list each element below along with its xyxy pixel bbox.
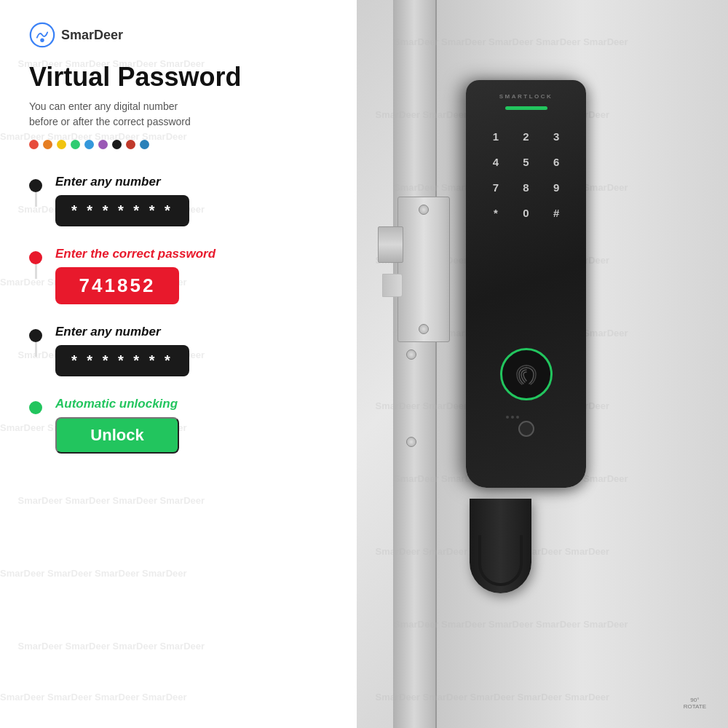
step-1-line <box>35 192 37 207</box>
right-panel: SmarDeer SmarDeer SmarDeer SmarDeer Smar… <box>357 0 728 728</box>
door-handle[interactable] <box>470 499 531 593</box>
step-4-indicator <box>29 397 42 414</box>
lock-knob <box>518 421 534 437</box>
step-3: Enter any number * * * * * * * <box>29 325 328 397</box>
step-3-box: * * * * * * * <box>55 345 189 376</box>
step-2-box: 741852 <box>55 267 179 304</box>
step-3-indicator <box>29 325 42 357</box>
step-1-indicator <box>29 175 42 207</box>
steps-container: Enter any number * * * * * * * Enter the… <box>29 175 328 474</box>
lock-indicator <box>505 106 547 110</box>
key-7[interactable]: 7 <box>483 177 509 198</box>
key-1[interactable]: 1 <box>483 126 509 147</box>
key-0[interactable]: 0 <box>513 202 539 223</box>
key-8[interactable]: 8 <box>513 177 539 198</box>
key-4[interactable]: 4 <box>483 151 509 173</box>
key-star[interactable]: * <box>483 202 509 223</box>
step-1-content: Enter any number * * * * * * * <box>55 175 328 247</box>
step-2: Enter the correct password 741852 <box>29 247 328 325</box>
dot-2 <box>43 140 52 149</box>
step-1-dot <box>29 179 42 192</box>
logo-area: SmarDeer <box>29 22 328 48</box>
step-1: Enter any number * * * * * * * <box>29 175 328 247</box>
key-6[interactable]: 6 <box>543 151 569 173</box>
page-subtitle: You can enter any digital number before … <box>29 99 328 130</box>
unlock-button[interactable]: Unlock <box>55 417 179 454</box>
fingerprint-sensor[interactable] <box>500 348 553 400</box>
key-2[interactable]: 2 <box>513 126 539 147</box>
dot-5 <box>84 140 94 149</box>
step-2-content: Enter the correct password 741852 <box>55 247 328 325</box>
step-3-dot <box>29 329 42 342</box>
bolt-screw-bottom <box>419 324 429 334</box>
handle-body <box>470 499 531 593</box>
handle-curve <box>478 535 523 586</box>
bolt-screw-top <box>419 205 429 215</box>
dot-6 <box>98 140 108 149</box>
step-3-line <box>35 342 37 357</box>
svg-point-1 <box>40 39 44 42</box>
dot-1 <box>29 140 39 149</box>
dot-9 <box>140 140 149 149</box>
dot-7 <box>112 140 122 149</box>
key-5[interactable]: 5 <box>513 151 539 173</box>
step-2-line <box>35 264 37 279</box>
dot-3 <box>57 140 66 149</box>
keypad-grid: 1 2 3 4 5 6 7 8 9 * 0 # <box>477 120 575 229</box>
left-panel: SmarDeer SmarDeer SmarDeer SmarDeer Smar… <box>0 0 357 728</box>
content-wrapper: SmarDeer Virtual Password You can enter … <box>29 22 328 474</box>
step-4-label: Automatic unlocking <box>55 397 328 411</box>
lock-body: SMARTLOCK 1 2 3 4 5 6 7 8 9 * 0 # <box>466 80 586 488</box>
brand-name: SmarDeer <box>61 28 123 43</box>
color-dots-row <box>29 140 328 149</box>
screw-4 <box>406 437 416 447</box>
page-title: Virtual Password <box>29 63 328 92</box>
bolt-mechanism <box>397 197 452 342</box>
dot-8 <box>126 140 135 149</box>
bolt-latch <box>378 226 403 263</box>
step-4-dot <box>29 401 42 414</box>
key-3[interactable]: 3 <box>543 126 569 147</box>
step-2-indicator <box>29 247 42 279</box>
dot-4 <box>71 140 80 149</box>
key-9[interactable]: 9 <box>543 177 569 198</box>
smardeer-logo-icon <box>29 22 55 48</box>
step-1-box: * * * * * * * <box>55 195 189 226</box>
step-4: Automatic unlocking Unlock <box>29 397 328 474</box>
rotate-label: 90° ROTATE <box>684 697 706 710</box>
step-4-content: Automatic unlocking Unlock <box>55 397 328 474</box>
step-3-content: Enter any number * * * * * * * <box>55 325 328 397</box>
screw-3 <box>406 349 416 360</box>
step-1-label: Enter any number <box>55 175 328 189</box>
speaker-dots <box>506 416 519 419</box>
step-3-label: Enter any number <box>55 325 328 339</box>
door-frame <box>393 0 437 728</box>
key-hash[interactable]: # <box>543 202 569 223</box>
bolt-deadbolt <box>382 274 403 297</box>
bolt-plate <box>397 197 450 342</box>
step-2-label: Enter the correct password <box>55 247 328 261</box>
lock-brand-label: SMARTLOCK <box>466 93 586 100</box>
step-2-dot <box>29 251 42 264</box>
fingerprint-icon <box>512 360 541 389</box>
